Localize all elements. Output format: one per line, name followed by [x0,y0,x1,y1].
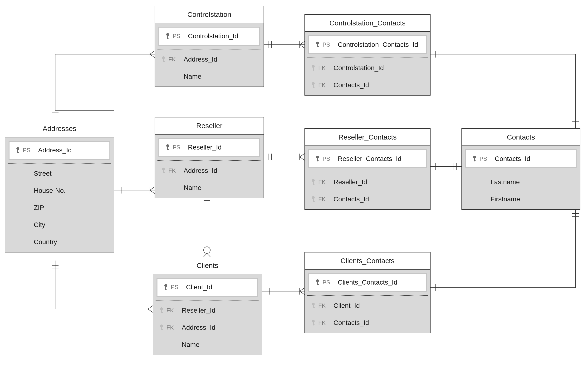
svg-point-25 [204,247,210,253]
svg-line-33 [300,45,304,48]
field-name: Reseller_Id [178,307,259,314]
field-name: Country [30,238,111,246]
key-type-label: PS [323,156,334,162]
field-name: Client_Id [330,302,428,310]
field-name: Client_Id [182,283,255,291]
field-name: Street [30,170,111,177]
field-name: Clients_Contacts_Id [334,279,423,286]
entity-controlstation: Controlstation PS Controlstation_Id FK A… [155,6,264,87]
entity-reseller-contacts: Reseller_Contacts PS Reseller_Contacts_I… [304,128,430,210]
foreign-key-icon [308,196,318,203]
field-name: Contacts_Id [491,155,573,163]
entity-clients-contacts: Clients_Contacts PS Clients_Contacts_Id … [304,252,430,333]
primary-key-icon [163,33,173,40]
field-name: ZIP [30,204,111,212]
entity-reseller: Reseller PS Reseller_Id FK Address_Id Na… [155,117,264,198]
entity-title: Controlstation_Contacts [305,15,430,32]
field-name: Contacts_Id [330,195,428,203]
svg-rect-88 [163,172,165,173]
primary-key-icon [161,284,171,291]
key-type-label: PS [480,156,491,162]
entity-title: Contacts [462,129,580,146]
key-type-label: PS [173,144,184,151]
entity-title: Clients_Contacts [305,252,430,270]
foreign-key-icon [308,319,318,326]
field-name: Address_Id [180,167,261,175]
primary-key-icon [313,41,323,48]
key-type-label: PS [171,284,182,291]
field-name: Controlstation_Id [330,64,428,72]
svg-rect-97 [313,201,315,202]
svg-line-13 [150,187,155,190]
field-name: Address_Id [180,56,261,63]
foreign-key-icon [308,302,318,309]
svg-line-7 [150,51,155,54]
field-name: Contacts_Id [330,81,428,89]
key-type-label: PS [173,33,184,39]
key-type-label: FK [318,179,330,185]
key-type-label: PS [23,147,34,154]
key-type-label: FK [167,324,178,331]
field-name: House-No. [30,187,111,194]
key-type-label: FK [318,82,330,88]
primary-key-icon [163,144,173,151]
key-type-label: PS [323,279,334,286]
entity-contacts: Contacts PS Contacts_Id Lastname Firstna… [461,128,580,210]
er-diagram-canvas: Addresses PS Address_Id Street House-No.… [0,0,588,368]
field-name: City [30,221,111,229]
foreign-key-icon [308,82,318,89]
svg-rect-85 [167,149,169,150]
key-type-label: FK [318,196,330,202]
field-name: Name [180,184,261,192]
svg-line-39 [300,157,304,160]
key-type-label: FK [318,320,330,326]
primary-key-icon [313,155,323,162]
svg-line-44 [300,288,304,291]
svg-rect-106 [161,312,163,313]
entity-title: Addresses [5,120,114,138]
foreign-key-icon [159,56,168,63]
svg-rect-115 [313,307,315,308]
primary-key-icon [313,279,323,286]
field-name: Reseller_Contacts_Id [334,155,423,163]
svg-rect-91 [317,160,319,161]
svg-line-21 [148,309,153,312]
svg-rect-94 [313,184,315,184]
field-name: Lastname [487,178,578,186]
foreign-key-icon [157,324,167,331]
svg-rect-67 [17,152,19,153]
field-name: Contacts_Id [330,319,428,327]
field-name: Reseller_Id [184,144,257,151]
svg-line-8 [150,54,155,57]
key-type-label: FK [318,65,330,71]
svg-rect-79 [313,70,315,70]
svg-rect-73 [163,61,165,62]
foreign-key-icon [308,179,318,186]
field-name: Name [180,73,261,80]
key-type-label: FK [168,56,180,63]
field-name: Controlstation_Id [184,32,257,40]
foreign-key-icon [157,307,167,314]
svg-line-32 [300,41,304,45]
entity-title: Controlstation [155,6,263,23]
svg-rect-76 [317,46,319,47]
svg-line-45 [300,291,304,294]
svg-line-14 [150,190,155,193]
field-name: Name [178,341,259,349]
entity-title: Reseller_Contacts [305,129,430,146]
svg-rect-112 [317,284,319,285]
entity-controlstation-contacts: Controlstation_Contacts PS Controlstatio… [304,14,430,96]
field-name: Firstname [487,195,578,203]
entity-title: Clients [153,257,262,274]
svg-rect-109 [161,329,163,330]
key-type-label: FK [318,302,330,309]
foreign-key-icon [308,64,318,72]
key-type-label: FK [167,307,178,314]
primary-key-icon [469,155,480,162]
key-type-label: FK [168,167,180,174]
svg-line-26 [204,253,207,257]
field-name: Reseller_Id [330,178,428,186]
svg-line-20 [148,306,153,309]
svg-rect-70 [167,38,169,38]
svg-rect-118 [313,324,315,325]
